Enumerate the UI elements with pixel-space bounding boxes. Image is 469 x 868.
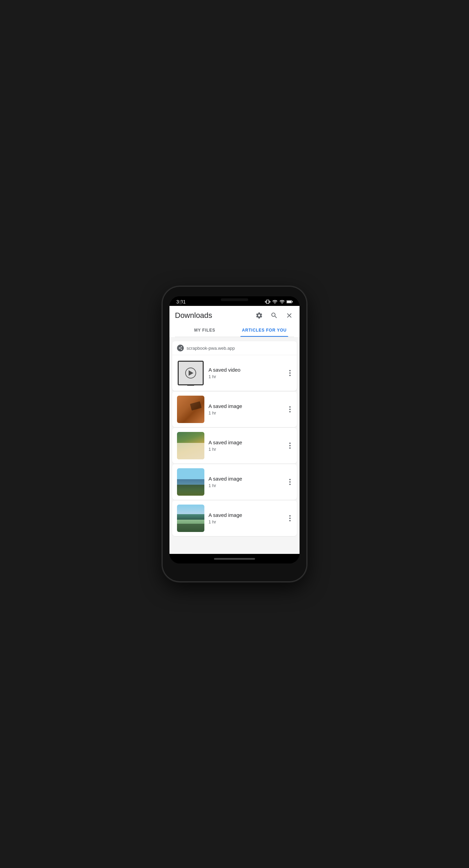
battery-icon: [287, 300, 293, 304]
item-meta: 1 hr: [208, 519, 284, 524]
image-cityscape-visual: [177, 505, 204, 532]
home-bar: [214, 558, 255, 560]
tab-my-files[interactable]: MY FILES: [175, 324, 234, 337]
vibrate-icon: [265, 299, 270, 305]
image-thumbnail: [177, 396, 204, 423]
more-menu-button[interactable]: [288, 369, 292, 377]
more-menu-button[interactable]: [288, 514, 292, 523]
image-thumbnail: [177, 468, 204, 496]
source-card: scrapbook-pwa.web.app A saved: [172, 341, 297, 391]
more-menu-button[interactable]: [288, 478, 292, 486]
video-thumb-visual: [178, 361, 204, 385]
app-content: Downloads: [169, 306, 300, 554]
item-title: A saved image: [208, 476, 284, 482]
list-item-inner: A saved image 1 hr: [172, 428, 297, 463]
search-icon: [270, 312, 278, 319]
item-title: A saved image: [208, 512, 284, 518]
more-menu-button[interactable]: [288, 405, 292, 414]
image-thumbnail: [177, 505, 204, 532]
close-button[interactable]: [284, 311, 294, 320]
phone-frame: 3:31: [163, 287, 306, 581]
item-info: A saved image 1 hr: [208, 476, 284, 488]
play-triangle: [189, 370, 193, 376]
item-info: A saved image 1 hr: [208, 512, 284, 524]
list-item[interactable]: A saved image 1 hr: [172, 428, 297, 463]
item-meta: 1 hr: [208, 483, 284, 488]
settings-button[interactable]: [254, 311, 264, 320]
item-title: A saved image: [208, 403, 284, 409]
content-area[interactable]: scrapbook-pwa.web.app A saved: [169, 337, 300, 554]
share-icon: [177, 345, 184, 351]
speaker-notch: [221, 298, 248, 301]
play-circle: [185, 368, 196, 379]
item-title: A saved image: [208, 439, 284, 445]
item-info: A saved image 1 hr: [208, 403, 284, 416]
svg-rect-1: [287, 301, 291, 302]
list-item-inner: A saved image 1 hr: [172, 464, 297, 500]
source-name: scrapbook-pwa.web.app: [187, 346, 235, 351]
item-info: A saved video 1 hr: [208, 367, 284, 379]
gear-icon: [255, 312, 263, 319]
list-item-inner: A saved image 1 hr: [172, 500, 297, 536]
video-thumbnail: [177, 359, 204, 387]
camera-dot: [179, 301, 182, 305]
status-bar: 3:31: [169, 296, 300, 306]
list-item-inner: A saved image 1 hr: [172, 392, 297, 427]
item-meta: 1 hr: [208, 374, 284, 379]
item-info: A saved image 1 hr: [208, 439, 284, 452]
wifi-icon: [272, 299, 278, 305]
header-actions: [254, 311, 294, 320]
tabs-bar: MY FILES ARTICLES FOR YOU: [175, 324, 294, 337]
header-top: Downloads: [175, 311, 294, 324]
item-title: A saved video: [208, 367, 284, 373]
tab-articles-for-you[interactable]: ARTICLES FOR YOU: [234, 324, 294, 337]
image-thumbnail: [177, 432, 204, 459]
item-meta: 1 hr: [208, 410, 284, 416]
list-item[interactable]: A saved image 1 hr: [172, 464, 297, 500]
image-food-visual: [177, 432, 204, 459]
item-meta: 1 hr: [208, 447, 284, 452]
image-landscape-visual: [177, 468, 204, 496]
list-item[interactable]: A saved image 1 hr: [172, 392, 297, 427]
app-header: Downloads: [169, 306, 300, 337]
phone-screen: 3:31: [169, 296, 300, 563]
page-title: Downloads: [175, 311, 212, 320]
home-indicator[interactable]: [169, 554, 300, 563]
close-icon: [286, 312, 293, 319]
list-item[interactable]: A saved image 1 hr: [172, 500, 297, 536]
list-item[interactable]: A saved video 1 hr: [172, 355, 297, 391]
image-wood-visual: [177, 396, 204, 423]
more-menu-button[interactable]: [288, 441, 292, 450]
svg-rect-2: [292, 301, 293, 302]
source-header: scrapbook-pwa.web.app: [172, 341, 297, 355]
signal-icon: [279, 299, 285, 305]
status-icons: [265, 299, 293, 305]
search-button[interactable]: [269, 311, 279, 320]
